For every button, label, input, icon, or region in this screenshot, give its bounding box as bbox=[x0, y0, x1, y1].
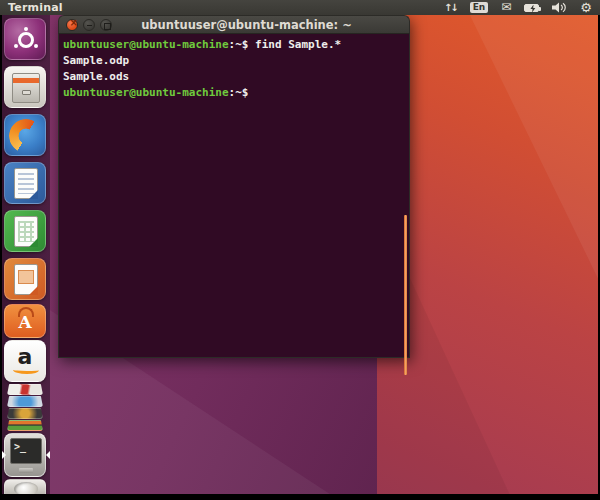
launcher-item-libreoffice-calc[interactable] bbox=[4, 210, 46, 252]
firefox-icon bbox=[9, 119, 43, 153]
keyboard-layout-indicator[interactable]: En bbox=[470, 2, 489, 13]
session-gear-icon[interactable]: ⚙ bbox=[580, 0, 592, 15]
prompt-user-host: ubuntuuser@ubuntu-machine bbox=[63, 38, 229, 51]
prompt-user-host: ubuntuuser@ubuntu-machine bbox=[63, 86, 229, 99]
doc-fold bbox=[29, 190, 38, 199]
close-button[interactable] bbox=[66, 19, 78, 31]
launcher-item-ubuntu-dash[interactable] bbox=[4, 18, 46, 60]
launcher-item-terminal[interactable]: >_ bbox=[4, 433, 46, 477]
charging-bolt-icon bbox=[529, 5, 536, 13]
software-center-icon: A bbox=[5, 312, 45, 332]
launcher-item-libreoffice-impress[interactable] bbox=[4, 258, 46, 300]
impress-slide-icon bbox=[14, 264, 38, 295]
launcher-folded-item[interactable] bbox=[7, 420, 43, 431]
amazon-smile bbox=[13, 366, 39, 374]
cabinet-handle bbox=[22, 90, 31, 95]
terminal-scrollbar[interactable] bbox=[404, 215, 407, 375]
minimize-button[interactable] bbox=[83, 19, 95, 31]
command-text: find Sample.* bbox=[248, 38, 341, 51]
terminal-titlebar[interactable]: ubuntuuser@ubuntu-machine: ~ bbox=[58, 15, 410, 34]
maximize-button[interactable] bbox=[100, 19, 112, 31]
trash-icon bbox=[14, 482, 38, 494]
slide-thumb bbox=[18, 270, 34, 284]
volume-icon[interactable] bbox=[552, 2, 567, 13]
launcher-item-files[interactable] bbox=[4, 66, 46, 108]
launcher-item-amazon[interactable]: a bbox=[4, 340, 46, 382]
cabinet-stripe bbox=[13, 78, 39, 83]
launcher-folded-item[interactable] bbox=[7, 384, 43, 395]
active-app-title: Terminal bbox=[8, 1, 63, 14]
terminal-icon: >_ bbox=[10, 438, 42, 464]
launcher-item-firefox[interactable] bbox=[4, 114, 46, 156]
ubuntu-logo-dots bbox=[24, 38, 28, 42]
indicator-area: ↑↓ En ✉ ⚙ bbox=[444, 0, 592, 15]
monitor-base bbox=[19, 468, 33, 473]
wallpaper-right bbox=[377, 15, 598, 494]
calc-spreadsheet-icon bbox=[14, 216, 38, 247]
terminal-prompt-line: ubuntuuser@ubuntu-machine:~$ find Sample… bbox=[63, 37, 409, 53]
menu-bar: Terminal ↑↓ En ✉ ⚙ bbox=[0, 0, 600, 15]
focused-arrow-icon bbox=[46, 451, 50, 459]
terminal-prompt-line: ubuntuuser@ubuntu-machine:~$ bbox=[63, 85, 409, 101]
doc-fold bbox=[29, 286, 38, 295]
battery-icon[interactable] bbox=[524, 4, 539, 12]
launcher-item-software-center[interactable]: A bbox=[4, 304, 46, 338]
terminal-prompt-glyph: >_ bbox=[14, 441, 26, 452]
launcher-item-trash[interactable] bbox=[4, 479, 46, 494]
prompt-suffix: :~$ bbox=[229, 38, 249, 51]
running-pip-icon bbox=[2, 451, 6, 459]
doc-fold bbox=[29, 238, 38, 247]
messages-icon[interactable]: ✉ bbox=[501, 0, 511, 15]
network-icon[interactable]: ↑↓ bbox=[444, 0, 457, 15]
prompt-suffix: :~$ bbox=[229, 86, 249, 99]
terminal-output-line: Sample.odp bbox=[63, 53, 409, 69]
writer-document-icon bbox=[14, 168, 38, 199]
file-cabinet-icon bbox=[12, 73, 40, 103]
terminal-window: ubuntuuser@ubuntu-machine: ~ ubuntuuser@… bbox=[58, 15, 410, 358]
desktop: A a >_ ubuntuuser@ubuntu-machine: ~ bbox=[2, 15, 598, 494]
unity-launcher: A a >_ bbox=[2, 15, 50, 494]
terminal-body[interactable]: ubuntuuser@ubuntu-machine:~$ find Sample… bbox=[58, 34, 410, 358]
launcher-item-libreoffice-writer[interactable] bbox=[4, 162, 46, 204]
launcher-folded-item[interactable] bbox=[7, 396, 43, 407]
launcher-folded-item[interactable] bbox=[7, 408, 43, 419]
window-title: ubuntuuser@ubuntu-machine: ~ bbox=[141, 18, 352, 32]
terminal-output-line: Sample.ods bbox=[63, 69, 409, 85]
